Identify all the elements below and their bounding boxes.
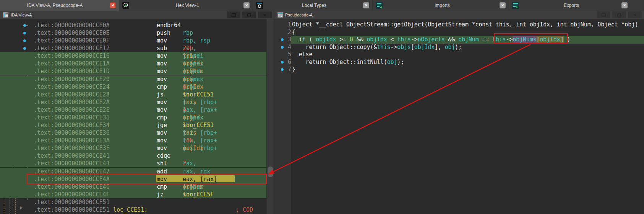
- tab-exports[interactable]: Exports✕: [509, 0, 644, 11]
- maximize-icon: [602, 13, 606, 17]
- close-icon[interactable]: ✕: [500, 2, 506, 8]
- asm-row[interactable]: .text:00000000000CCE16mov[rbp+this], rdi: [0, 52, 266, 60]
- maximize-icon: [232, 13, 236, 17]
- asm-address: .text:00000000000CCE4C: [34, 183, 110, 191]
- pseudocode-content: 1Object *__cdecl ObjectStream::getObject…: [274, 19, 644, 214]
- disassembly-content: ⌄ .text:00000000000CCE0Aendbr64.text:000…: [0, 19, 274, 214]
- asm-address: .text:00000000000CCE2A: [34, 98, 110, 106]
- tab-hex-view-1[interactable]: Hex View-1✕: [119, 0, 253, 11]
- asm-mnemonic: mov: [157, 67, 167, 75]
- asm-row[interactable]: .text:00000000000CCE4Ccmp[rbp+objNum], e…: [0, 183, 266, 191]
- asm-row[interactable]: .text:00000000000CCE47addrax, rdx: [0, 168, 266, 175]
- pseudocode-text: else: [292, 51, 312, 59]
- close-icon[interactable]: ✕: [621, 2, 628, 8]
- hex-view-icon: [122, 2, 129, 9]
- pseudocode-line[interactable]: 1Object *__cdecl ObjectStream::getObject…: [274, 21, 644, 29]
- gutter-dot-icon: [281, 38, 284, 41]
- asm-mnemonic: mov: [157, 75, 167, 83]
- asm-row[interactable]: .text:00000000000CCE24cmp[rbp+objIdx], 0: [0, 83, 266, 91]
- asm-address: .text:00000000000CCE16: [34, 52, 110, 60]
- tab-label: Exports: [521, 3, 621, 8]
- asm-row[interactable]: .text:00000000000CCE51loc_CCE51:; COD: [0, 206, 266, 214]
- asm-row[interactable]: .text:00000000000CCE28jsshort loc_CCE51: [0, 91, 266, 98]
- asm-row[interactable]: .text:00000000000CCE4Amoveax, [rax]: [0, 175, 266, 183]
- asm-address: .text:00000000000CCE24: [34, 83, 110, 91]
- pane-title: IDA View-A: [11, 13, 32, 17]
- asm-mnemonic: push: [157, 29, 170, 37]
- line-number: 2: [284, 29, 291, 36]
- asm-row[interactable]: .text:00000000000CCE51: [0, 198, 266, 206]
- ida-view-a-window: IDA View-A ✕ ⌄ .text:00000000000CCE0Aend: [0, 11, 274, 214]
- pseudocode-line[interactable]: 7}: [274, 66, 644, 74]
- asm-row[interactable]: .text:00000000000CCE41cdqe: [0, 152, 266, 160]
- local-types-icon: [256, 2, 263, 9]
- close-icon[interactable]: ✕: [243, 2, 250, 8]
- close-button[interactable]: ✕: [258, 11, 272, 18]
- asm-mnemonic: sub: [157, 44, 167, 52]
- asm-mnemonic: mov: [157, 137, 167, 144]
- asm-mnemonic: jge: [157, 121, 167, 129]
- tab-ida-view-a-pseudocode-a[interactable]: IDA View-A, Pseudocode-A✕: [0, 0, 119, 11]
- asm-address: .text:00000000000CCE3A: [34, 137, 110, 144]
- asm-address: .text:00000000000CCE43: [34, 160, 110, 167]
- tab-imports[interactable]: Imports✕: [373, 0, 509, 11]
- asm-address: .text:00000000000CCE4A: [34, 175, 110, 183]
- restore-button[interactable]: [612, 11, 626, 18]
- pseudocode-text: return Object::initNull(obj);: [292, 59, 404, 66]
- asm-mnemonic: mov: [157, 98, 167, 106]
- asm-row[interactable]: .text:00000000000CCE3Amovrdx, [rax+10h]: [0, 137, 266, 144]
- asm-mnemonic: cmp: [157, 114, 167, 121]
- asm-row[interactable]: .text:00000000000CCE2Amovrax, [rbp+this]: [0, 98, 266, 106]
- pseudocode-line[interactable]: 5 else: [274, 51, 644, 59]
- asm-mnemonic: mov: [157, 60, 167, 67]
- pseudocode-text: {: [292, 29, 295, 36]
- pseudocode-line[interactable]: 2{: [274, 29, 644, 36]
- pseudocode-line[interactable]: 3 if ( objIdx >= 0 && objIdx < this->nOb…: [274, 36, 644, 44]
- asm-row[interactable]: .text:00000000000CCE0Fmovrbp, rsp: [0, 37, 266, 44]
- asm-row[interactable]: .text:00000000000CCE0Aendbr64: [0, 21, 266, 29]
- maximize-button[interactable]: [597, 11, 610, 18]
- tab-label: Hex View-1: [131, 3, 243, 8]
- asm-row[interactable]: .text:00000000000CCE20mov[rbp+obj], rcx: [0, 75, 266, 83]
- asm-row[interactable]: .text:00000000000CCE1Dmov[rbp+objNum], e…: [0, 67, 266, 75]
- asm-address: .text:00000000000CCE2E: [34, 106, 110, 114]
- ida-view-titlebar: IDA View-A ✕: [0, 11, 274, 20]
- asm-mnemonic: mov: [157, 106, 167, 114]
- asm-row[interactable]: .text:00000000000CCE34jgeshort loc_CCE51: [0, 121, 266, 129]
- asm-address: .text:00000000000CCE47: [34, 168, 110, 175]
- asm-address: .text:00000000000CCE31: [34, 114, 110, 121]
- maximize-button[interactable]: [227, 11, 240, 18]
- asm-row[interactable]: .text:00000000000CCE43shlrax, 2: [0, 160, 266, 167]
- tab-label: Imports: [385, 3, 500, 8]
- scrollbar-thumb[interactable]: [268, 167, 273, 177]
- asm-address: .text:00000000000CCE34: [34, 121, 110, 129]
- asm-row[interactable]: .text:00000000000CCE12subrsp, 20h: [0, 44, 266, 52]
- tab-local-types[interactable]: Local Types✕: [253, 0, 373, 11]
- asm-address: .text:00000000000CCE3E: [34, 144, 110, 152]
- asm-address: .text:00000000000CCE12: [34, 44, 110, 52]
- asm-mnemonic: cmp: [157, 183, 167, 191]
- tab-bar: IDA View-A, Pseudocode-A✕Hex View-1✕Loca…: [0, 0, 644, 11]
- tab-label: IDA View-A, Pseudocode-A: [0, 3, 110, 8]
- close-icon[interactable]: ✕: [110, 2, 116, 8]
- asm-row[interactable]: .text:00000000000CCE2Emoveax, [rax+4]: [0, 106, 266, 114]
- asm-address: .text:00000000000CCE4F: [34, 191, 110, 198]
- asm-row[interactable]: .text:00000000000CCE3Emoveax, [rbp+objId…: [0, 144, 266, 152]
- ida-pro-window: IDA View-A, Pseudocode-A✕Hex View-1✕Loca…: [0, 0, 644, 214]
- asm-mnemonic: shl: [157, 160, 167, 167]
- vertical-scrollbar[interactable]: [266, 19, 274, 214]
- restore-button[interactable]: [242, 11, 256, 18]
- asm-row[interactable]: .text:00000000000CCE36movrax, [rbp+this]: [0, 129, 266, 137]
- asm-mnemonic: cmp: [157, 83, 167, 91]
- close-button[interactable]: ✕: [628, 11, 642, 18]
- asm-row[interactable]: .text:00000000000CCE31cmp[rbp+objIdx], e…: [0, 114, 266, 121]
- pseudocode-line[interactable]: 6 return Object::initNull(obj);: [274, 59, 644, 66]
- tab-label: Local Types: [265, 3, 363, 8]
- asm-row[interactable]: .text:00000000000CCE4Fjzshort loc_CCE5F: [0, 191, 266, 198]
- asm-mnemonic: jz: [157, 191, 164, 198]
- asm-row[interactable]: .text:00000000000CCE1Amov[rbp+objIdx], e…: [0, 60, 266, 67]
- close-icon[interactable]: ✕: [363, 2, 369, 8]
- asm-row[interactable]: .text:00000000000CCE0Epushrbp: [0, 29, 266, 37]
- exports-icon: [512, 2, 519, 9]
- pseudocode-line[interactable]: 4 return Object::copy(&this->objs[objIdx…: [274, 44, 644, 51]
